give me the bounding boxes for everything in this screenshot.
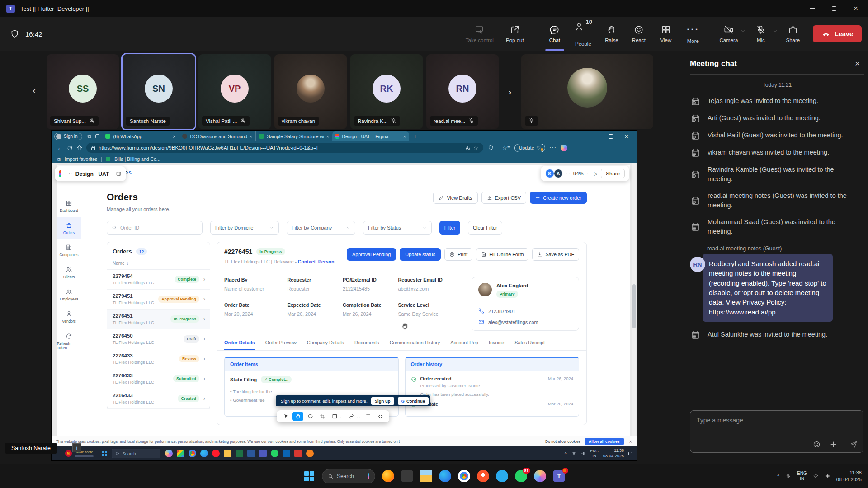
column-header[interactable]: Name [113,261,125,266]
shared-search-input[interactable] [123,451,157,456]
chat-close-icon[interactable]: × [852,59,863,69]
scroll-left-icon[interactable]: ‹ [33,85,36,97]
whatsapp-icon[interactable]: 81 [515,470,527,482]
participant-tile[interactable]: RK Ravindra K... [350,54,423,129]
people-button[interactable]: 10 People [568,17,598,51]
frame-tool-icon[interactable] [317,412,328,421]
settings-icon[interactable] [401,470,413,482]
scrollbar-thumb[interactable] [632,284,636,328]
export-csv-button[interactable]: Export CSV [481,192,526,204]
participant-tile[interactable]: RN read.ai mee... [426,54,499,129]
chevron-down-icon[interactable] [357,416,360,420]
filter-company-dropdown[interactable]: Filter by Company [287,221,355,235]
tab-actions-icon[interactable] [95,134,99,138]
leave-button[interactable]: Leave [813,25,862,42]
shape-tool-icon[interactable] [329,412,340,421]
browser-minimize-icon[interactable] [592,136,597,137]
word-icon[interactable] [247,450,255,457]
wifi-icon[interactable] [571,451,576,456]
more-button[interactable]: ··· More [679,17,707,51]
fill-online-form-button[interactable]: Fill Online Form [476,248,528,261]
home-icon[interactable] [76,145,83,151]
excel-icon[interactable] [236,450,243,457]
file-explorer-icon[interactable] [420,470,432,482]
scroll-right-icon[interactable]: › [502,54,518,129]
bookmark-item[interactable]: Bills | Billing and Co... [114,156,160,162]
filter-button[interactable]: Filter [439,221,460,235]
notification-center-icon[interactable] [628,452,632,455]
sidebar-item-refresh-token[interactable]: Refresh Token [57,328,81,355]
chevron-down-icon[interactable] [566,172,570,176]
browser-maximize-icon[interactable] [609,134,613,139]
collaborator-avatar[interactable]: S [545,169,554,178]
browser-tab[interactable]: (6) WhatsApp× [102,131,179,141]
sidebar-item-vendors[interactable]: Vendors [57,306,81,328]
chevron-down-icon[interactable] [340,416,344,420]
send-icon[interactable] [850,441,858,448]
tab-account-rep[interactable]: Account Rep [450,336,478,350]
create-new-order-button[interactable]: Create new order [530,192,587,204]
mic-button[interactable]: Mic [747,17,774,51]
message-input[interactable] [697,417,857,424]
mic-tray-icon[interactable] [785,473,791,479]
figma-share-button[interactable]: Share [601,169,625,178]
chat-button[interactable]: Chat [541,17,568,51]
vlc-icon[interactable] [306,450,314,457]
presenter-add-icon[interactable]: + [72,443,81,452]
comment-tool-icon[interactable] [305,412,316,421]
bookmark-item[interactable]: Import favorites [65,156,97,162]
contact-person-link[interactable]: Contact_Person. [298,259,335,264]
tab-order-preview[interactable]: Order Preview [265,336,297,350]
attach-plus-icon[interactable] [830,441,837,448]
sidebar-item-companies[interactable]: Companies [57,239,81,262]
edge-icon[interactable] [200,450,208,457]
order-row[interactable]: 2276450TL Flex Holdings LLC Draft › [107,329,210,349]
participant-tile[interactable]: vikram chavan [274,54,347,129]
pop-out-button[interactable]: Pop out [497,17,533,51]
favorites-list-icon[interactable]: ☆≡ [502,145,510,151]
browser-more-icon[interactable]: ··· [549,144,557,152]
photos-icon[interactable] [177,450,184,457]
outlook-icon[interactable] [283,450,290,457]
collaborator-avatar[interactable]: A [554,169,563,178]
language-indicator[interactable]: ENGIN [797,471,807,482]
sidebar-item-employees[interactable]: Employees [57,284,81,306]
order-id-input[interactable] [120,225,198,230]
brave-icon[interactable] [477,470,489,482]
tray-expand-icon[interactable]: ^ [565,451,566,456]
accept-cookies-button[interactable]: Allow all cookies [585,438,624,445]
view-button[interactable]: View [652,17,679,51]
figma-file-menu[interactable]: Design - UAT [55,166,126,181]
zoom-level[interactable]: 94% [573,171,584,176]
sign-up-button[interactable]: Sign up [371,397,394,405]
copilot-icon[interactable] [165,450,173,457]
cookie-close-icon[interactable]: × [629,439,632,444]
firefox-icon[interactable] [382,470,394,482]
tab-company-details[interactable]: Company Details [307,336,344,350]
chrome-profile-icon[interactable] [534,470,546,482]
tab-documents[interactable]: Documents [354,336,379,350]
browser-profile-button[interactable]: Sign in [54,133,82,140]
refresh-icon[interactable] [67,145,73,151]
language-indicator[interactable]: ENGIN [590,449,599,458]
text-tool-icon[interactable] [363,412,373,421]
volume-icon[interactable] [825,473,830,479]
tab-close-icon[interactable]: × [250,134,252,139]
browser-tab[interactable]: Sample Salary Structure with calc× [255,131,332,141]
order-row-selected[interactable]: 2276451TL Flex Holdings LLC In Progress … [107,310,210,329]
filter-domicile-dropdown[interactable]: Filter by Domicile [210,221,279,235]
back-icon[interactable]: ← [57,144,63,151]
order-row[interactable]: 2279454TL Flex Holdings LLC Complete › [107,270,210,290]
window-close-icon[interactable]: × [854,4,858,13]
update-status-button[interactable]: Update status [400,248,441,261]
order-id-search[interactable] [107,221,203,235]
tab-close-icon[interactable]: × [173,134,175,139]
window-maximize-icon[interactable] [832,6,836,11]
tab-invoice[interactable]: Invoice [489,336,504,350]
taskbar-search-input[interactable] [337,473,364,479]
participant-tile[interactable]: SS Shivani Sup... [47,54,119,129]
whatsapp-icon[interactable] [271,450,278,457]
sidebar-item-dashboard[interactable]: Dashboard [57,195,81,217]
hand-tool-icon[interactable] [292,412,303,421]
copilot-icon[interactable] [561,145,567,151]
